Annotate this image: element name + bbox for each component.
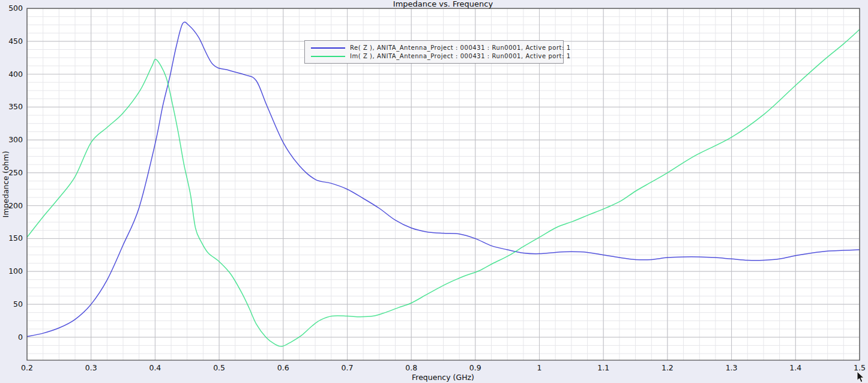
x-tick-label: 0.4 (149, 363, 161, 372)
x-axis-label: Frequency (GHz) (412, 373, 474, 382)
legend-line-re-icon (311, 47, 345, 49)
x-tick-label: 0.6 (277, 363, 289, 372)
x-tick-label: 0.8 (405, 363, 417, 372)
mouse-cursor-icon (857, 371, 865, 383)
y-tick-label: 350 (0, 102, 23, 112)
y-tick-label: 100 (0, 267, 23, 276)
legend-label-re: Re( Z ), ANITA_Antenna_Project : 000431 … (350, 44, 571, 51)
legend-line-im-icon (311, 56, 345, 57)
legend-label-im: Im( Z ), ANITA_Antenna_Project : 000431 … (350, 53, 571, 59)
x-tick-label: 0.3 (85, 363, 97, 372)
x-tick-label: 1.5 (854, 363, 866, 372)
legend: Re( Z ), ANITA_Antenna_Project : 000431 … (304, 40, 564, 64)
y-tick-label: 400 (0, 70, 23, 79)
x-tick-label: 1 (537, 363, 542, 372)
y-tick-label: 200 (0, 201, 23, 211)
x-tick-label: 1.1 (597, 363, 609, 372)
chart-title: Impedance vs. Frequency (393, 0, 493, 8)
y-tick-label: 50 (0, 300, 23, 309)
x-tick-label: 1.3 (726, 363, 738, 372)
legend-entry-im: Im( Z ), ANITA_Antenna_Project : 000431 … (311, 52, 558, 60)
y-tick-label: 0 (0, 333, 23, 342)
legend-entry-re: Re( Z ), ANITA_Antenna_Project : 000431 … (311, 44, 558, 52)
x-tick-label: 1.4 (789, 363, 801, 372)
x-tick-label: 0.5 (213, 363, 225, 372)
y-tick-label: 500 (0, 4, 23, 13)
y-tick-label: 300 (0, 135, 23, 145)
y-tick-label: 450 (0, 37, 23, 46)
y-tick-label: 150 (0, 234, 23, 243)
x-tick-label: 0.7 (342, 363, 354, 372)
x-tick-label: 0.2 (21, 363, 33, 372)
y-tick-label: 250 (0, 168, 23, 178)
x-tick-label: 0.9 (469, 363, 481, 372)
x-tick-label: 1.2 (662, 363, 674, 372)
impedance-vs-frequency-chart: Impedance vs. Frequency Impedance (ohm) … (0, 0, 868, 383)
